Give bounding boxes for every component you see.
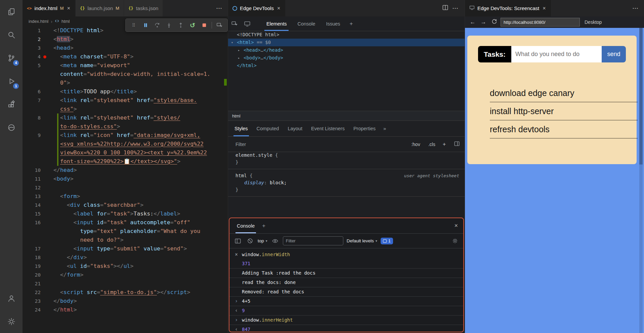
todo-item[interactable]: refresh devtools (490, 121, 638, 139)
extensions-icon[interactable] (0, 93, 23, 116)
reload-icon[interactable] (490, 18, 499, 26)
code-line[interactable]: 18 </div> (23, 253, 228, 262)
close-console-icon[interactable]: × (454, 222, 459, 229)
elements-tree[interactable]: <!DOCTYPE html>▾<html> == $0▸<head>…</he… (228, 31, 465, 111)
breadcrumb-symbol[interactable]: html (61, 19, 70, 24)
url-input[interactable] (501, 18, 580, 27)
add-console-tab-icon[interactable]: + (257, 223, 270, 229)
close-icon[interactable]: × (67, 5, 71, 11)
code-line[interactable]: 10</head> (23, 166, 228, 175)
code-line[interactable]: 17 <input type="submit" value="send"> (23, 244, 228, 253)
console-message[interactable]: Removed: read the docs (229, 287, 463, 296)
css-property[interactable]: display (244, 180, 264, 185)
console-filter-input[interactable] (283, 236, 343, 245)
code-line[interactable]: 16 <input id="task" autocomplete="off" (23, 218, 228, 227)
code-line[interactable]: 22 <script src="simple-to-do.js"></scrip… (23, 288, 228, 297)
line-number[interactable]: 23 (23, 297, 41, 305)
search-icon[interactable] (0, 23, 23, 46)
tab-event-listeners[interactable]: Event Listeners (307, 121, 349, 136)
tab-layout[interactable]: Layout (283, 121, 307, 136)
dom-tree-node[interactable]: <!DOCTYPE html> (228, 31, 465, 39)
code-line[interactable]: 19 <ul id="tasks"></ul> (23, 262, 228, 271)
screencast-scrollbar[interactable] (639, 28, 643, 333)
tab-styles[interactable]: Styles (230, 121, 252, 136)
code-line[interactable]: 0"> (23, 79, 228, 87)
console-message[interactable]: read the docs: done (229, 278, 463, 287)
more-actions-icon[interactable]: ··· (627, 5, 644, 11)
line-number[interactable]: 4 (23, 52, 41, 61)
code-line[interactable]: 11<body> (23, 175, 228, 183)
edge-devtools-icon[interactable] (0, 116, 23, 139)
send-button[interactable]: send (602, 46, 626, 62)
line-number[interactable]: 10 (23, 166, 41, 175)
breadcrumb-file[interactable]: index.html (29, 19, 48, 24)
screencast-viewport[interactable]: Tasks: send download edge canaryinstall … (465, 28, 644, 333)
tab-elements[interactable]: Elements (261, 16, 292, 31)
line-number[interactable]: 12 (23, 183, 41, 192)
css-value[interactable]: block; (270, 180, 287, 185)
code-line[interactable]: to-do-styles.css"> (23, 122, 228, 131)
console-message[interactable]: ×window.innerWidth (229, 250, 463, 259)
inspect-screencast-icon[interactable] (214, 20, 225, 30)
code-line[interactable]: 6 <title>TODO app</title> (23, 87, 228, 96)
task-input[interactable] (511, 46, 602, 62)
remove-expression-icon[interactable]: × (235, 250, 242, 259)
code-line[interactable]: 12 (23, 183, 228, 192)
code-line[interactable]: need to do?"> (23, 236, 228, 244)
tab-console-drawer[interactable]: Console (234, 218, 257, 233)
add-tab-icon[interactable]: + (346, 16, 357, 31)
line-number[interactable]: 11 (23, 175, 41, 183)
elements-breadcrumb[interactable]: html (228, 111, 465, 121)
code-line[interactable]: 2<html> (23, 35, 228, 44)
screencast-toggle-icon[interactable] (241, 16, 254, 31)
element-style-selector[interactable]: element.style (235, 152, 272, 158)
toggle-hover-state-button[interactable]: :hov (407, 142, 424, 147)
toggle-classes-button[interactable]: .cls (424, 142, 439, 147)
back-icon[interactable]: ← (468, 19, 477, 26)
forward-icon[interactable]: → (479, 19, 488, 26)
expand-arrow-icon[interactable]: ▾ (231, 39, 233, 46)
line-number[interactable]: 8 (23, 113, 41, 122)
explorer-icon[interactable] (0, 0, 23, 23)
inspect-element-icon[interactable] (228, 16, 241, 31)
drag-handle-icon[interactable]: ⠿ (128, 20, 139, 30)
step-out-icon[interactable] (175, 20, 186, 30)
code-line[interactable]: 8 <link rel="stylesheet" href="styles/ (23, 113, 228, 122)
restart-icon[interactable]: ↺ (187, 20, 198, 30)
code-line[interactable]: font-size=%2290%22>📋</text></svg>"> (23, 157, 228, 166)
line-number[interactable]: 15 (23, 209, 41, 218)
dom-tree-node[interactable]: ▾<html> == $0 (228, 39, 465, 46)
context-selector[interactable]: top▾ (258, 238, 267, 243)
dom-tree-node[interactable]: ▸<body>…</body> (228, 54, 465, 62)
expand-arrow-icon[interactable]: ▸ (238, 54, 240, 62)
code-line[interactable]: 23</body> (23, 297, 228, 305)
close-icon[interactable]: × (276, 5, 281, 11)
pause-icon[interactable] (140, 20, 151, 30)
crumb-html[interactable]: html (232, 113, 241, 118)
code-line[interactable]: 13 <form> (23, 192, 228, 201)
code-line[interactable]: type="text" placeholder="What do you (23, 227, 228, 236)
computed-sidebar-icon[interactable] (449, 141, 465, 148)
code-line[interactable]: 5 <meta name="viewport" (23, 61, 228, 70)
console-messages[interactable]: ×window.innerWidth371Adding Task :read t… (229, 248, 463, 332)
device-selector[interactable]: Desktop (585, 19, 602, 25)
rule-selector[interactable]: html (235, 173, 247, 178)
line-number[interactable]: 2 (23, 35, 41, 44)
code-editor[interactable]: 1<!DOCTYPE html>2<html>3<head>4 <meta ch… (23, 26, 228, 333)
console-message[interactable]: 371 (229, 259, 463, 268)
code-line[interactable]: 20 </form> (23, 271, 228, 279)
new-style-rule-icon[interactable]: + (439, 141, 449, 147)
split-editor-icon[interactable] (442, 4, 448, 12)
code-line[interactable]: css"> (23, 105, 228, 113)
tab-screencast[interactable]: Edge DevTools: Screencast × (465, 0, 551, 16)
line-number[interactable]: 7 (23, 96, 41, 105)
expand-arrow-icon[interactable]: ▸ (238, 46, 240, 54)
console-message[interactable]: ‹9 (229, 306, 463, 315)
clear-console-icon[interactable] (246, 237, 254, 245)
console-sidebar-icon[interactable] (233, 237, 242, 245)
line-number[interactable]: 5 (23, 61, 41, 70)
run-and-debug-icon[interactable]: 1 (0, 69, 23, 93)
code-line[interactable]: viewBox=%220 0 100 100%22><text y=%22.9e… (23, 148, 228, 157)
close-icon[interactable]: × (542, 5, 546, 11)
tab-edge-devtools[interactable]: Edge DevTools × (228, 0, 286, 16)
